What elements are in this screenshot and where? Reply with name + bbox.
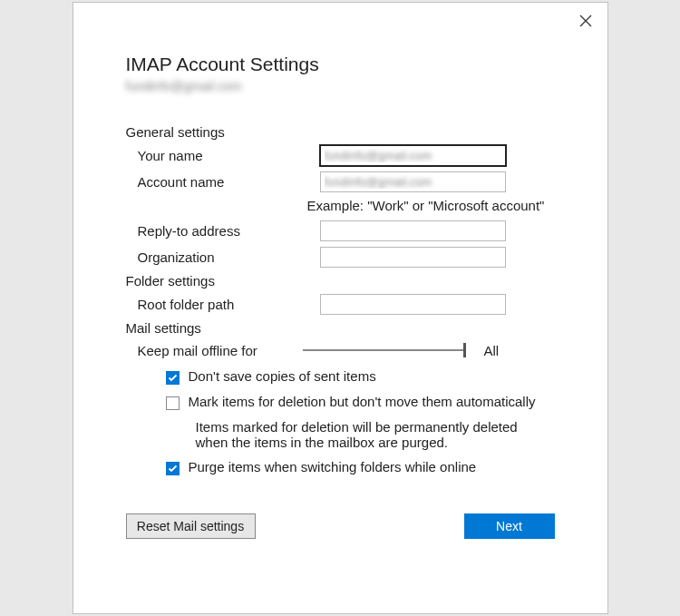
account-name-input[interactable] [320,171,506,192]
reply-to-input[interactable] [320,220,506,241]
section-folder: Folder settings [126,273,555,288]
dont-save-checkbox[interactable] [166,371,180,385]
check-icon [168,373,178,383]
dont-save-label: Don't save copies of sent items [189,368,376,384]
reply-to-label: Reply-to address [126,223,320,239]
mark-delete-help: Items marked for deletion will be perman… [126,419,552,450]
mark-delete-checkbox[interactable] [166,396,180,410]
purge-label: Purge items when switching folders while… [189,459,477,474]
organization-label: Organization [126,249,320,265]
section-general: General settings [126,124,555,140]
account-name-hint: Example: "Work" or "Microsoft account" [307,198,555,213]
your-name-input[interactable] [320,145,506,166]
keep-offline-value: All [484,343,500,358]
imap-settings-dialog: IMAP Account Settings fundinfo@gmail.com… [73,2,608,614]
account-name-label: Account name [126,174,320,190]
root-path-label: Root folder path [126,297,320,312]
account-email: fundinfo@gmail.com [126,79,555,93]
keep-offline-label: Keep mail offline for [138,343,303,358]
check-icon [168,464,178,474]
organization-input[interactable] [320,247,506,268]
keep-offline-slider[interactable] [303,341,466,359]
purge-checkbox[interactable] [166,462,180,475]
mark-delete-label: Mark items for deletion but don't move t… [189,394,536,409]
dialog-title: IMAP Account Settings [126,54,555,75]
your-name-label: Your name [126,148,320,163]
close-button[interactable] [578,14,593,28]
slider-thumb[interactable] [463,343,466,357]
reset-button[interactable]: Reset Mail settings [126,513,256,539]
root-path-input[interactable] [320,294,506,315]
close-icon [579,15,592,27]
section-mail: Mail settings [126,320,555,336]
next-button[interactable]: Next [464,513,555,539]
